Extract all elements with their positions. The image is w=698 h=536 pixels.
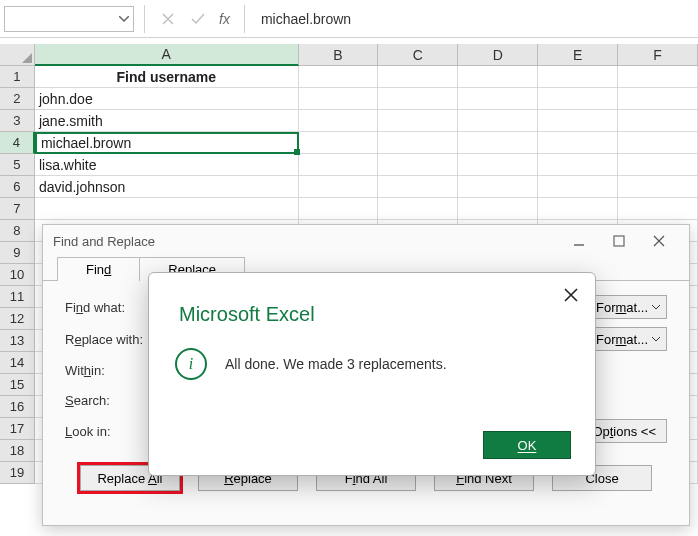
format-button[interactable]: Format... bbox=[589, 295, 667, 319]
row-header[interactable]: 16 bbox=[0, 396, 35, 418]
label-find-what: Find what: bbox=[65, 300, 145, 315]
cell[interactable]: michael.brown bbox=[35, 132, 299, 154]
col-header-C[interactable]: C bbox=[378, 44, 458, 66]
cell[interactable]: jane.smith bbox=[35, 110, 299, 132]
col-header-D[interactable]: D bbox=[458, 44, 538, 66]
name-box[interactable] bbox=[4, 6, 134, 32]
table-row: 5lisa.white bbox=[0, 154, 698, 176]
formula-bar: fx bbox=[0, 0, 698, 38]
row-header[interactable]: 11 bbox=[0, 286, 35, 308]
cell[interactable]: john.doe bbox=[35, 88, 299, 110]
col-header-B[interactable]: B bbox=[299, 44, 379, 66]
select-all-corner[interactable] bbox=[0, 44, 35, 66]
row-header[interactable]: 19 bbox=[0, 462, 35, 484]
cell[interactable] bbox=[538, 88, 618, 110]
format-button[interactable]: Format... bbox=[589, 327, 667, 351]
row-header[interactable]: 15 bbox=[0, 374, 35, 396]
row-header[interactable]: 2 bbox=[0, 88, 35, 110]
tab-find[interactable]: Find bbox=[57, 257, 139, 281]
close-icon[interactable] bbox=[557, 281, 585, 309]
cell[interactable] bbox=[458, 88, 538, 110]
message-title: Microsoft Excel bbox=[149, 273, 595, 326]
table-row: 7 bbox=[0, 198, 698, 220]
label-search: Search: bbox=[65, 393, 145, 408]
cell[interactable] bbox=[538, 176, 618, 198]
fx-label[interactable]: fx bbox=[219, 11, 230, 27]
cell[interactable] bbox=[618, 154, 698, 176]
confirm-icon bbox=[185, 6, 211, 32]
svg-rect-1 bbox=[614, 236, 624, 246]
row-header[interactable]: 18 bbox=[0, 440, 35, 462]
row-header[interactable]: 17 bbox=[0, 418, 35, 440]
minimize-icon[interactable] bbox=[559, 227, 599, 255]
cell[interactable] bbox=[618, 66, 698, 88]
cell[interactable] bbox=[538, 110, 618, 132]
cell[interactable] bbox=[299, 66, 379, 88]
info-icon: i bbox=[175, 348, 207, 380]
cell[interactable] bbox=[299, 132, 379, 154]
row-header[interactable]: 6 bbox=[0, 176, 35, 198]
close-icon[interactable] bbox=[639, 227, 679, 255]
chevron-down-icon bbox=[119, 16, 129, 22]
maximize-icon[interactable] bbox=[599, 227, 639, 255]
table-row: 3jane.smith bbox=[0, 110, 698, 132]
cell[interactable] bbox=[299, 198, 379, 220]
cell[interactable] bbox=[299, 110, 379, 132]
cell[interactable] bbox=[618, 110, 698, 132]
row-header[interactable]: 7 bbox=[0, 198, 35, 220]
table-row: 4michael.brown bbox=[0, 132, 698, 154]
row-header[interactable]: 5 bbox=[0, 154, 35, 176]
row-header[interactable]: 12 bbox=[0, 308, 35, 330]
cell[interactable] bbox=[458, 132, 538, 154]
cell[interactable] bbox=[618, 132, 698, 154]
col-header-F[interactable]: F bbox=[618, 44, 698, 66]
cell[interactable] bbox=[458, 154, 538, 176]
ok-button[interactable]: OK bbox=[483, 431, 571, 459]
row-header[interactable]: 9 bbox=[0, 242, 35, 264]
column-headers: A B C D E F bbox=[0, 44, 698, 66]
cell[interactable] bbox=[378, 88, 458, 110]
cell[interactable] bbox=[458, 110, 538, 132]
cancel-icon bbox=[155, 6, 181, 32]
cell[interactable] bbox=[378, 176, 458, 198]
cell[interactable]: david.johnson bbox=[35, 176, 299, 198]
message-dialog: Microsoft Excel i All done. We made 3 re… bbox=[148, 272, 596, 476]
formula-input[interactable] bbox=[255, 6, 698, 32]
cell[interactable] bbox=[538, 198, 618, 220]
row-header[interactable]: 10 bbox=[0, 264, 35, 286]
cell[interactable] bbox=[378, 66, 458, 88]
cell[interactable] bbox=[378, 198, 458, 220]
row-header[interactable]: 14 bbox=[0, 352, 35, 374]
label-look-in: Look in: bbox=[65, 424, 145, 439]
row-header[interactable]: 3 bbox=[0, 110, 35, 132]
message-text: All done. We made 3 replacements. bbox=[225, 356, 447, 372]
table-row: 6david.johnson bbox=[0, 176, 698, 198]
cell[interactable] bbox=[35, 198, 299, 220]
cell[interactable] bbox=[299, 154, 379, 176]
cell[interactable] bbox=[458, 198, 538, 220]
cell[interactable] bbox=[458, 176, 538, 198]
col-header-A[interactable]: A bbox=[35, 44, 299, 66]
table-row: 2john.doe bbox=[0, 88, 698, 110]
cell[interactable] bbox=[378, 110, 458, 132]
cell[interactable] bbox=[378, 132, 458, 154]
cell[interactable]: lisa.white bbox=[35, 154, 299, 176]
col-header-E[interactable]: E bbox=[538, 44, 618, 66]
cell[interactable] bbox=[538, 132, 618, 154]
cell[interactable]: Find username bbox=[35, 66, 299, 88]
cell[interactable] bbox=[299, 176, 379, 198]
cell[interactable] bbox=[458, 66, 538, 88]
row-header[interactable]: 8 bbox=[0, 220, 35, 242]
cell[interactable] bbox=[538, 66, 618, 88]
dialog-titlebar[interactable]: Find and Replace bbox=[43, 225, 689, 257]
cell[interactable] bbox=[618, 176, 698, 198]
row-header[interactable]: 13 bbox=[0, 330, 35, 352]
label-replace-with: Replace with: bbox=[65, 332, 145, 347]
cell[interactable] bbox=[618, 88, 698, 110]
cell[interactable] bbox=[618, 198, 698, 220]
cell[interactable] bbox=[538, 154, 618, 176]
cell[interactable] bbox=[299, 88, 379, 110]
row-header[interactable]: 4 bbox=[0, 132, 35, 154]
cell[interactable] bbox=[378, 154, 458, 176]
row-header[interactable]: 1 bbox=[0, 66, 35, 88]
